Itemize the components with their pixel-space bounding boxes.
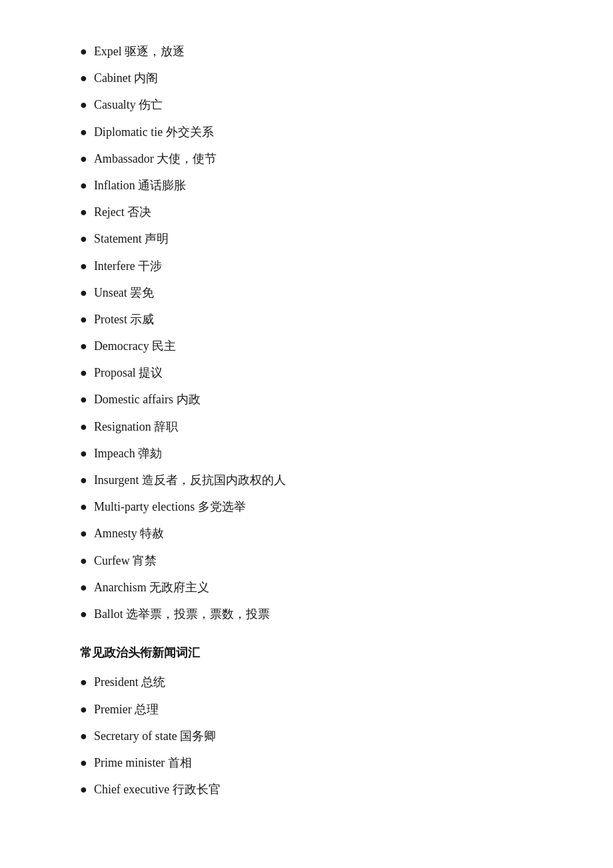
title-text: President 总统 bbox=[94, 671, 166, 693]
vocab-text: Ballot 选举票，投票，票数，投票 bbox=[94, 603, 271, 625]
list-item: ●Ambassador 大使，使节 bbox=[80, 147, 546, 170]
vocab-list: ●Expel 驱逐，放逐●Cabinet 内阁●Casualty 伤亡●Dipl… bbox=[80, 40, 546, 625]
vocab-text: Expel 驱逐，放逐 bbox=[94, 40, 185, 63]
list-item: ●Resignation 辞职 bbox=[80, 415, 546, 438]
vocab-text: Democracy 民主 bbox=[94, 335, 176, 357]
bullet-icon: ● bbox=[80, 603, 87, 625]
vocab-text: Interfere 干涉 bbox=[94, 255, 162, 277]
list-item: ●Proposal 提议 bbox=[80, 361, 546, 384]
list-item: ●Impeach 弹劾 bbox=[80, 442, 546, 465]
title-text: Secretary of state 国务卿 bbox=[94, 725, 216, 747]
bullet-icon: ● bbox=[80, 40, 87, 63]
bullet-icon: ● bbox=[80, 415, 87, 438]
bullet-icon: ● bbox=[80, 281, 87, 304]
bullet-icon: ● bbox=[80, 495, 87, 518]
vocab-text: Reject 否决 bbox=[94, 201, 151, 223]
bullet-icon: ● bbox=[80, 361, 87, 384]
title-text: Chief executive 行政长官 bbox=[94, 778, 221, 801]
vocab-text: Domestic affairs 内政 bbox=[94, 388, 201, 411]
vocab-text: Proposal 提议 bbox=[94, 361, 163, 384]
bullet-icon: ● bbox=[80, 308, 87, 331]
list-item: ●Cabinet 内阁 bbox=[80, 67, 546, 89]
list-item: ●Ballot 选举票，投票，票数，投票 bbox=[80, 603, 546, 625]
vocab-text: Impeach 弹劾 bbox=[94, 442, 162, 465]
list-item: ●Democracy 民主 bbox=[80, 335, 546, 357]
list-item: ●Curfew 宵禁 bbox=[80, 549, 546, 572]
list-item: ●Inflation 通话膨胀 bbox=[80, 174, 546, 197]
list-item: ●Premier 总理 bbox=[80, 698, 546, 721]
list-item: ●Expel 驱逐，放逐 bbox=[80, 40, 546, 63]
list-item: ●Unseat 罢免 bbox=[80, 281, 546, 304]
titles-list: ●President 总统●Premier 总理●Secretary of st… bbox=[80, 671, 546, 801]
bullet-icon: ● bbox=[80, 388, 87, 411]
bullet-icon: ● bbox=[80, 469, 87, 491]
bullet-icon: ● bbox=[80, 227, 87, 250]
vocab-text: Resignation 辞职 bbox=[94, 415, 179, 438]
bullet-icon: ● bbox=[80, 442, 87, 465]
list-item: ●Protest 示威 bbox=[80, 308, 546, 331]
bullet-icon: ● bbox=[80, 67, 87, 89]
vocab-text: Ambassador 大使，使节 bbox=[94, 147, 217, 170]
bullet-icon: ● bbox=[80, 778, 87, 801]
bullet-icon: ● bbox=[80, 147, 87, 170]
bullet-icon: ● bbox=[80, 698, 87, 721]
bullet-icon: ● bbox=[80, 121, 87, 143]
bullet-icon: ● bbox=[80, 255, 87, 277]
vocab-text: Statement 声明 bbox=[94, 227, 169, 250]
list-item: ●Casualty 伤亡 bbox=[80, 93, 546, 116]
bullet-icon: ● bbox=[80, 335, 87, 357]
section-heading: 常见政治头衔新闻词汇 bbox=[80, 641, 546, 664]
vocab-text: Casualty 伤亡 bbox=[94, 93, 163, 116]
list-item: ●Insurgent 造反者，反抗国内政权的人 bbox=[80, 469, 546, 491]
title-text: Prime minister 首相 bbox=[94, 751, 192, 774]
bullet-icon: ● bbox=[80, 549, 87, 572]
bullet-icon: ● bbox=[80, 671, 87, 693]
vocab-text: Insurgent 造反者，反抗国内政权的人 bbox=[94, 469, 286, 491]
vocab-text: Inflation 通话膨胀 bbox=[94, 174, 186, 197]
bullet-icon: ● bbox=[80, 522, 87, 545]
vocab-text: Unseat 罢免 bbox=[94, 281, 154, 304]
title-text: Premier 总理 bbox=[94, 698, 159, 721]
bullet-icon: ● bbox=[80, 174, 87, 197]
bullet-icon: ● bbox=[80, 93, 87, 116]
bullet-icon: ● bbox=[80, 725, 87, 747]
vocab-text: Cabinet 内阁 bbox=[94, 67, 159, 89]
vocab-text: Curfew 宵禁 bbox=[94, 549, 157, 572]
bullet-icon: ● bbox=[80, 751, 87, 774]
list-item: ●Diplomatic tie 外交关系 bbox=[80, 121, 546, 143]
list-item: ●Interfere 干涉 bbox=[80, 255, 546, 277]
vocab-text: Multi-party elections 多党选举 bbox=[94, 495, 246, 518]
list-item: ●Amnesty 特赦 bbox=[80, 522, 546, 545]
list-item: ●President 总统 bbox=[80, 671, 546, 693]
vocab-text: Protest 示威 bbox=[94, 308, 155, 331]
vocab-text: Diplomatic tie 外交关系 bbox=[94, 121, 214, 143]
list-item: ●Anarchism 无政府主义 bbox=[80, 576, 546, 599]
list-item: ●Reject 否决 bbox=[80, 201, 546, 223]
vocab-text: Amnesty 特赦 bbox=[94, 522, 165, 545]
list-item: ●Domestic affairs 内政 bbox=[80, 388, 546, 411]
bullet-icon: ● bbox=[80, 201, 87, 223]
list-item: ●Multi-party elections 多党选举 bbox=[80, 495, 546, 518]
list-item: ●Prime minister 首相 bbox=[80, 751, 546, 774]
list-item: ●Statement 声明 bbox=[80, 227, 546, 250]
vocab-text: Anarchism 无政府主义 bbox=[94, 576, 209, 599]
list-item: ●Secretary of state 国务卿 bbox=[80, 725, 546, 747]
list-item: ●Chief executive 行政长官 bbox=[80, 778, 546, 801]
bullet-icon: ● bbox=[80, 576, 87, 599]
